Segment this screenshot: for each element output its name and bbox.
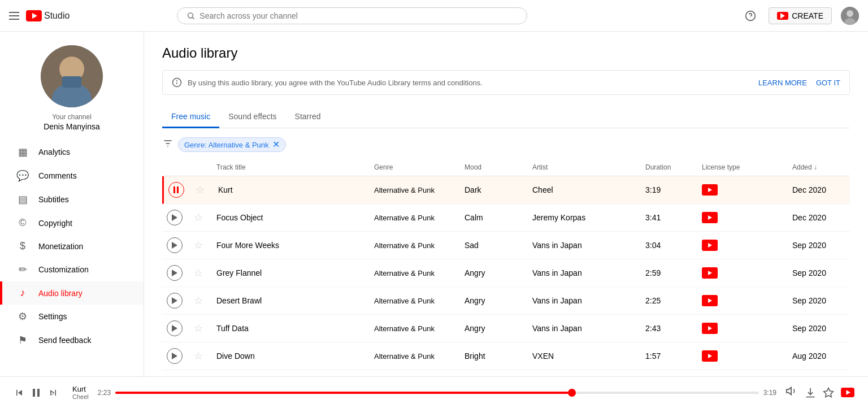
sidebar-item-comments[interactable]: 💬 Comments <box>0 164 144 188</box>
play-cell <box>164 182 191 198</box>
license-cell <box>697 212 788 223</box>
star-track-button[interactable]: ☆ <box>196 184 205 196</box>
create-button[interactable]: CREATE <box>769 7 832 24</box>
sidebar-item-monetization[interactable]: $ Monetization <box>0 235 144 258</box>
filter-chip-label: Genre: Alternative & Punk <box>184 141 269 149</box>
added-cell: Sep 2020 <box>788 296 850 305</box>
yt-license-button[interactable] <box>702 267 718 279</box>
filter-chip-close[interactable]: ✕ <box>272 140 280 149</box>
help-button[interactable] <box>741 7 760 25</box>
artist-cell: Vans in Japan <box>528 241 641 250</box>
volume-icon[interactable] <box>785 385 798 400</box>
star-track-button[interactable]: ☆ <box>194 294 203 307</box>
player-star-button[interactable] <box>823 387 834 398</box>
yt-license-button[interactable] <box>702 240 718 251</box>
yt-license-button[interactable] <box>702 323 718 334</box>
sidebar-item-send-feedback[interactable]: ⚑ Send feedback <box>0 328 144 352</box>
star-track-button[interactable]: ☆ <box>194 322 203 335</box>
channel-avatar[interactable] <box>41 45 103 107</box>
player-pause-button[interactable] <box>29 386 43 400</box>
player-next-button[interactable] <box>47 387 59 398</box>
artist-cell: Jeremy Korpas <box>528 213 641 222</box>
sidebar-item-audio-library[interactable]: ♪ Audio library <box>0 281 144 305</box>
player-current-time: 2:23 <box>98 389 111 397</box>
duration-cell: 3:04 <box>641 241 697 250</box>
license-cell <box>697 295 788 306</box>
header-mood: Mood <box>460 163 528 171</box>
notice-text: By using this audio library, you agree w… <box>188 79 483 87</box>
yt-license-button[interactable] <box>702 184 718 196</box>
play-track-button[interactable] <box>167 293 183 309</box>
star-track-button[interactable]: ☆ <box>194 267 203 279</box>
notice-bar: By using this audio library, you agree w… <box>162 70 850 95</box>
artist-cell: Vans in Japan <box>528 296 641 305</box>
duration-cell: 3:41 <box>641 213 697 222</box>
table-row: ☆Four More WeeksAlternative & PunkSadVan… <box>162 232 850 259</box>
added-cell: Sep 2020 <box>788 324 850 333</box>
sidebar-item-label: Audio library <box>38 289 83 298</box>
player-download-button[interactable] <box>805 387 816 398</box>
genre-cell: Alternative & Punk <box>370 269 460 277</box>
search-icon <box>186 11 195 20</box>
play-cell <box>162 237 189 253</box>
learn-more-link[interactable]: LEARN MORE <box>758 79 807 87</box>
genre-cell: Alternative & Punk <box>370 352 460 361</box>
main-content: Audio library By using this audio librar… <box>144 32 868 408</box>
license-cell <box>697 323 788 334</box>
duration-cell: 2:25 <box>641 296 697 305</box>
header-artist: Artist <box>528 163 641 171</box>
sidebar-item-label: Comments <box>38 171 77 180</box>
play-track-button[interactable] <box>167 210 183 225</box>
genre-cell: Alternative & Punk <box>370 324 460 333</box>
sidebar-item-label: Subtitles <box>38 195 69 204</box>
svg-marker-22 <box>172 242 177 249</box>
search-input[interactable] <box>199 11 518 20</box>
sidebar-item-subtitles[interactable]: ▤ Subtitles <box>0 188 144 211</box>
player-youtube-button[interactable] <box>841 388 854 397</box>
star-cell: ☆ <box>189 211 212 224</box>
svg-marker-23 <box>172 270 177 276</box>
mood-cell: Dark <box>460 185 528 194</box>
star-track-button[interactable]: ☆ <box>194 211 203 224</box>
mood-cell: Angry <box>460 324 528 333</box>
header-added[interactable]: Added ↓ <box>788 163 850 171</box>
tab-sound-effects[interactable]: Sound effects <box>219 106 285 128</box>
progress-track[interactable] <box>115 392 759 394</box>
monetization-icon: $ <box>16 240 29 252</box>
avatar[interactable] <box>841 7 859 25</box>
svg-marker-26 <box>172 353 177 359</box>
header-genre: Genre <box>370 163 460 171</box>
sidebar-item-copyright[interactable]: © Copyright <box>0 211 144 235</box>
table-row: ☆Grey FlannelAlternative & PunkAngryVans… <box>162 259 850 287</box>
track-title-cell: Grey Flannel <box>212 268 370 277</box>
notice-actions: LEARN MORE GOT IT <box>758 79 840 87</box>
play-track-button[interactable] <box>167 320 183 336</box>
player-prev-button[interactable] <box>14 387 25 398</box>
play-cell <box>162 320 189 336</box>
got-it-button[interactable]: GOT IT <box>816 79 840 87</box>
play-track-button[interactable] <box>167 237 183 253</box>
sidebar-item-analytics[interactable]: ▦ Analytics <box>0 140 144 164</box>
menu-button[interactable] <box>9 12 19 20</box>
header-track: Track title <box>212 163 370 171</box>
table-header: Track titleGenreMoodArtistDurationLicens… <box>162 159 850 176</box>
mood-cell: Calm <box>460 213 528 222</box>
sidebar-item-customization[interactable]: ✏ Customization <box>0 258 144 281</box>
yt-license-button[interactable] <box>702 295 718 306</box>
star-track-button[interactable]: ☆ <box>194 239 203 251</box>
license-cell <box>697 240 788 251</box>
create-icon <box>777 12 788 20</box>
yt-license-button[interactable] <box>702 350 718 362</box>
play-track-button[interactable] <box>167 348 183 364</box>
subtitles-icon: ▤ <box>16 193 29 206</box>
play-track-button[interactable] <box>167 265 183 281</box>
tab-starred[interactable]: Starred <box>286 106 330 128</box>
play-cell <box>162 348 189 364</box>
star-track-button[interactable]: ☆ <box>194 350 203 362</box>
filter-icon[interactable] <box>162 138 173 152</box>
sidebar-item-settings[interactable]: ⚙ Settings <box>0 305 144 328</box>
tab-free-music[interactable]: Free music <box>162 106 219 128</box>
yt-license-button[interactable] <box>702 212 718 223</box>
table-row: ☆KurtAlternative & PunkDarkCheel3:19Dec … <box>162 176 850 204</box>
pause-track-button[interactable] <box>168 182 184 198</box>
